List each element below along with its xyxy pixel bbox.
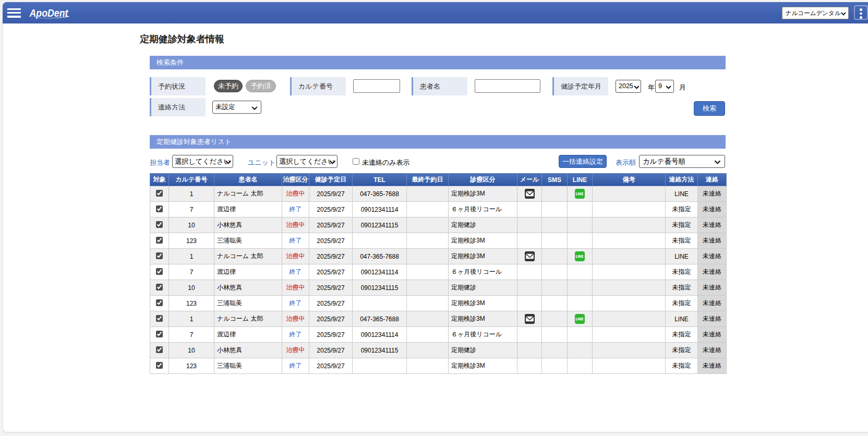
svg-text:ApoDent: ApoDent bbox=[29, 7, 69, 19]
